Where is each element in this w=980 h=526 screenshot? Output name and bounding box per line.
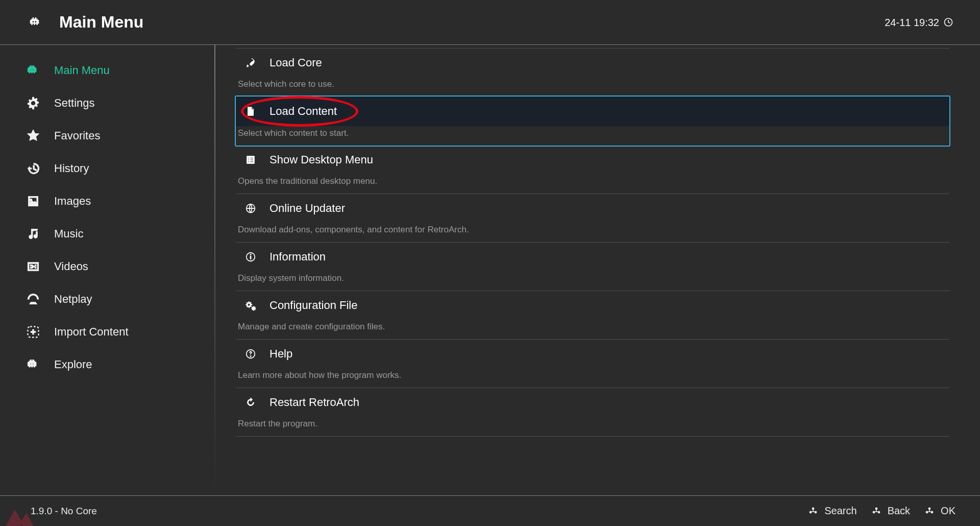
sidebar-item-label: History — [54, 162, 89, 175]
menu-item-title: Load Core — [270, 56, 322, 69]
menu-item-row[interactable]: Restart RetroArch — [236, 388, 949, 417]
sidebar-item-history[interactable]: History — [26, 152, 214, 185]
menu-item-configuration-file: Configuration FileManage and create conf… — [236, 291, 949, 339]
footer-hint-label: OK — [941, 505, 955, 517]
invader-icon — [26, 63, 41, 78]
menu-item-row[interactable]: Load Core — [236, 49, 949, 77]
info-icon — [244, 250, 257, 264]
svg-point-17 — [931, 511, 934, 513]
image-icon — [26, 194, 41, 209]
help-icon — [244, 347, 257, 361]
menu-item-row[interactable]: Online Updater — [236, 194, 949, 223]
gears-icon — [244, 299, 257, 312]
sidebar-item-label: Netplay — [54, 293, 92, 306]
menu-item-title: Help — [270, 347, 292, 361]
list-box-icon — [244, 153, 257, 166]
gamepad-icon — [923, 505, 936, 517]
video-icon — [26, 259, 41, 274]
sidebar-item-label: Favorites — [54, 129, 100, 142]
menu-item-help: HelpLearn more about how the program wor… — [236, 339, 949, 388]
sidebar-item-favorites[interactable]: Favorites — [26, 119, 214, 152]
gear-icon — [26, 95, 41, 111]
footer-hint-label: Search — [824, 505, 856, 517]
footer: 1.9.0 - No Core SearchBackOK — [0, 495, 980, 526]
sidebar-item-music[interactable]: Music — [26, 218, 214, 250]
clock-icon — [943, 17, 953, 28]
menu-item-load-core: Load CoreSelect which core to use. — [236, 48, 949, 97]
menu-item-title: Load Content — [270, 105, 337, 118]
app-logo-invader-icon — [26, 15, 46, 30]
sidebar-item-label: Images — [54, 195, 91, 208]
plus-box-icon — [26, 324, 41, 340]
svg-point-12 — [875, 507, 877, 510]
footer-hint-search[interactable]: Search — [807, 505, 856, 517]
menu-item-online-updater: Online UpdaterDownload add-ons, componen… — [236, 194, 949, 242]
menu-item-row[interactable]: Show Desktop Menu — [236, 146, 949, 174]
restart-icon — [244, 396, 257, 409]
menu-item-desc: Restart the program. — [236, 417, 949, 436]
menu-item-title: Show Desktop Menu — [270, 153, 373, 166]
status-text: 1.9.0 - No Core — [31, 506, 97, 517]
sidebar-item-images[interactable]: Images — [26, 185, 214, 218]
sidebar-item-import-content[interactable]: Import Content — [26, 316, 214, 348]
sidebar-item-label: Explore — [54, 358, 92, 371]
menu-item-title: Online Updater — [270, 202, 345, 215]
globe-icon — [244, 202, 257, 215]
history-icon — [26, 161, 41, 176]
sidebar-item-main-menu[interactable]: Main Menu — [26, 54, 214, 87]
header: Main Menu 24-11 19:32 — [0, 0, 980, 45]
menu-item-desc: Manage and create configuration files. — [236, 320, 949, 339]
gamepad-icon — [870, 505, 883, 517]
menu-item-restart-retroarch: Restart RetroArchRestart the program. — [236, 388, 949, 437]
menu-item-title: Information — [270, 250, 326, 264]
svg-point-11 — [815, 511, 817, 513]
gamepad-icon — [807, 505, 819, 517]
footer-hint-ok[interactable]: OK — [923, 505, 955, 517]
datetime-text: 24-11 19:32 — [885, 16, 939, 28]
menu-item-row[interactable]: Help — [236, 340, 949, 368]
sidebar: Main MenuSettingsFavoritesHistoryImagesM… — [0, 45, 214, 495]
file-icon — [244, 105, 257, 118]
rocket-icon — [244, 56, 257, 69]
menu-item-desc: Select which content to start. — [236, 126, 949, 146]
sidebar-item-settings[interactable]: Settings — [26, 87, 214, 119]
content-pane: Load CoreSelect which core to use.Load C… — [215, 45, 980, 495]
menu-item-desc: Select which core to use. — [236, 77, 949, 97]
clock: 24-11 19:32 — [885, 16, 953, 28]
sidebar-item-label: Main Menu — [54, 64, 110, 77]
menu-item-desc: Download add-ons, components, and conten… — [236, 223, 949, 242]
svg-point-9 — [812, 507, 815, 510]
menu-item-row[interactable]: Configuration File — [236, 291, 949, 320]
menu-item-title: Restart RetroArch — [270, 396, 359, 409]
star-icon — [26, 128, 41, 144]
music-icon — [26, 226, 41, 242]
svg-point-14 — [877, 511, 880, 513]
svg-point-16 — [926, 511, 928, 513]
sidebar-item-explore[interactable]: Explore — [26, 348, 214, 381]
menu-item-row[interactable]: Load Content — [236, 97, 949, 126]
menu-item-load-content: Load ContentSelect which content to star… — [235, 95, 950, 147]
sidebar-item-label: Settings — [54, 97, 95, 110]
sidebar-item-label: Music — [54, 227, 83, 241]
menu-item-information: InformationDisplay system information. — [236, 242, 949, 291]
invader-icon — [26, 357, 41, 372]
menu-item-desc: Opens the traditional desktop menu. — [236, 174, 949, 194]
sidebar-item-label: Import Content — [54, 325, 129, 339]
sidebar-item-label: Videos — [54, 260, 88, 273]
footer-hint-label: Back — [888, 505, 910, 517]
netplay-icon — [26, 292, 41, 307]
svg-point-10 — [810, 511, 812, 513]
menu-item-row[interactable]: Information — [236, 243, 949, 271]
sidebar-item-videos[interactable]: Videos — [26, 250, 214, 283]
page-title: Main Menu — [59, 13, 143, 32]
sidebar-item-netplay[interactable]: Netplay — [26, 283, 214, 316]
svg-point-13 — [872, 511, 875, 513]
footer-hint-back[interactable]: Back — [870, 505, 910, 517]
menu-item-desc: Learn more about how the program works. — [236, 368, 949, 388]
menu-item-show-desktop-menu: Show Desktop MenuOpens the traditional d… — [236, 146, 949, 194]
menu-item-desc: Display system information. — [236, 271, 949, 291]
svg-point-15 — [928, 507, 931, 510]
menu-item-title: Configuration File — [270, 299, 357, 312]
